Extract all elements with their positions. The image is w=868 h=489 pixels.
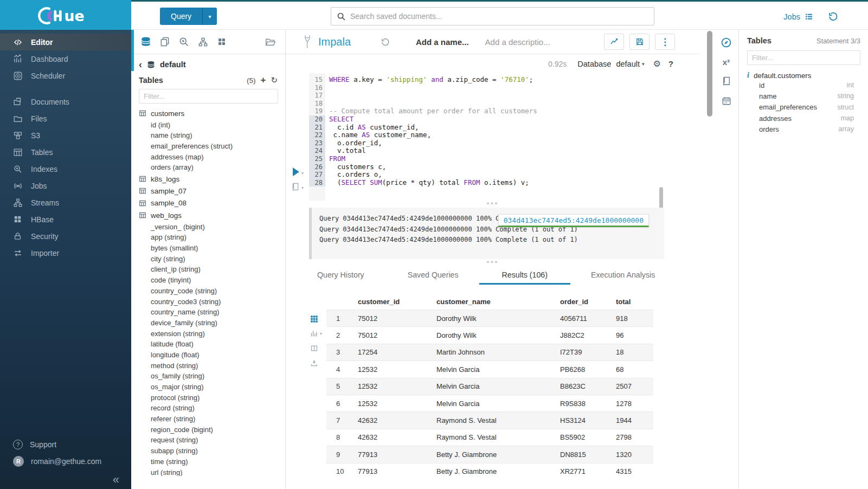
- snippet-history-icon[interactable]: [381, 37, 390, 47]
- table-row[interactable]: 317254Martin JohnsonI72T3918: [326, 344, 653, 361]
- code-line[interactable]: c.orders o,: [329, 171, 699, 179]
- table-item-sample_07[interactable]: sample_07: [131, 185, 285, 197]
- sidebar-item-scheduler[interactable]: Scheduler: [0, 67, 131, 84]
- sidebar-item-editor[interactable]: Editor: [0, 34, 131, 50]
- sidebar-item-security[interactable]: Security: [0, 228, 131, 244]
- table-row[interactable]: 412532Melvin GarciaPB626868: [326, 361, 653, 377]
- query-dropdown-caret[interactable]: ▾: [203, 8, 217, 25]
- column-item[interactable]: longitude (float): [131, 350, 285, 361]
- code-line[interactable]: v.total: [329, 147, 699, 155]
- table-item-sample_08[interactable]: sample_08: [131, 197, 285, 209]
- code-editor[interactable]: ▾ ▾ 1516171819202122232425262728 WHERE a…: [286, 73, 699, 201]
- column-item[interactable]: method (string): [131, 360, 285, 371]
- table-item-k8s_logs[interactable]: k8s_logs: [131, 173, 285, 185]
- database-assist-icon[interactable]: [140, 36, 152, 48]
- chart-button[interactable]: [604, 34, 624, 50]
- assist-filter-input[interactable]: [139, 89, 278, 104]
- jobs-link[interactable]: Jobs: [783, 12, 814, 21]
- column-item[interactable]: os_major (string): [131, 382, 285, 393]
- schema-column-orders[interactable]: ordersarray: [747, 124, 860, 134]
- column-header-order_id[interactable]: order_id: [551, 298, 607, 306]
- sidebar-item-importer[interactable]: Importer: [0, 244, 131, 261]
- hue-logo[interactable]: ue: [0, 0, 131, 31]
- column-item[interactable]: orders (array): [131, 162, 285, 173]
- table-item-customers[interactable]: customers: [131, 107, 285, 119]
- tab-execution-analysis[interactable]: Execution Analysis: [591, 271, 655, 285]
- code-line[interactable]: o.order_id,: [329, 139, 699, 147]
- sidebar-item-user[interactable]: R romain@gethue.com: [0, 453, 131, 469]
- column-item[interactable]: extension (string): [131, 328, 285, 339]
- documents-assist-icon[interactable]: [159, 36, 171, 48]
- query-name-field[interactable]: Add a name...: [416, 37, 469, 47]
- code-line[interactable]: [329, 100, 699, 108]
- global-search[interactable]: [331, 7, 654, 25]
- sitemap-assist-icon[interactable]: [197, 36, 209, 48]
- table-row[interactable]: 612532Melvin GarciaR9S8381278: [326, 395, 653, 411]
- add-table-icon[interactable]: +: [260, 75, 266, 86]
- schedule-calendar-icon[interactable]: [721, 95, 732, 107]
- query-description-field[interactable]: Add a descriptio...: [485, 37, 550, 47]
- code-line[interactable]: c.name AS customer_name,: [329, 131, 699, 139]
- refresh-tables-icon[interactable]: ↻: [271, 75, 278, 85]
- code-line[interactable]: customers c,: [329, 163, 699, 171]
- apps-assist-icon[interactable]: [216, 36, 228, 48]
- column-item[interactable]: city (string): [131, 253, 285, 264]
- new-query-button[interactable]: Query ▾: [160, 8, 217, 25]
- column-item[interactable]: region_code (bigint): [131, 424, 285, 435]
- column-item[interactable]: country_code (string): [131, 286, 285, 297]
- download-icon[interactable]: [310, 359, 322, 367]
- search-input[interactable]: [350, 12, 648, 21]
- table-row[interactable]: 1077913Betty J. GiambroneXR27714315: [326, 463, 653, 480]
- table-row[interactable]: 842632Raymond S. VestalBS59022798: [326, 429, 653, 446]
- table-item-web_logs[interactable]: web_logs: [131, 209, 285, 221]
- sidebar-item-s3[interactable]: S3: [0, 127, 131, 144]
- table-info-icon[interactable]: i: [747, 71, 749, 80]
- sidebar-item-support[interactable]: ? Support: [0, 436, 131, 453]
- column-item[interactable]: protocol (string): [131, 392, 285, 403]
- column-item[interactable]: time (string): [131, 456, 285, 467]
- sidebar-item-dashboard[interactable]: Dashboard: [0, 50, 131, 67]
- column-item[interactable]: country_name (string): [131, 307, 285, 318]
- settings-gear-icon[interactable]: ⚙: [653, 59, 660, 69]
- right-filter-input[interactable]: [747, 50, 860, 65]
- resize-handle-top[interactable]: ●●●: [286, 201, 699, 208]
- column-item[interactable]: id (int): [131, 119, 285, 130]
- column-item[interactable]: country_code3 (string): [131, 296, 285, 307]
- sidebar-item-indexes[interactable]: Indexes: [0, 160, 131, 177]
- open-folder-icon[interactable]: [265, 36, 277, 48]
- code-line[interactable]: [329, 84, 699, 92]
- execute-caret-icon[interactable]: ▾: [301, 171, 304, 176]
- schema-column-id[interactable]: idint: [747, 80, 860, 91]
- current-database[interactable]: default: [160, 60, 186, 69]
- column-item[interactable]: record (string): [131, 403, 285, 414]
- database-caret-icon[interactable]: ▾: [642, 61, 645, 67]
- column-item[interactable]: request (string): [131, 435, 285, 446]
- schema-column-email_preferences[interactable]: email_preferencesstruct: [747, 102, 860, 113]
- sidebar-item-files[interactable]: Files: [0, 110, 131, 127]
- more-actions-button[interactable]: ⋮: [655, 34, 675, 50]
- column-item[interactable]: client_ip (string): [131, 264, 285, 275]
- functions-icon[interactable]: x²: [721, 56, 732, 68]
- column-header-customer_id[interactable]: customer_id: [349, 298, 428, 306]
- code-line[interactable]: -- Compute total amount per order for al…: [329, 107, 699, 115]
- sidebar-item-tables[interactable]: Tables: [0, 144, 131, 160]
- query-history-icon[interactable]: [828, 11, 838, 22]
- column-item[interactable]: latitude (float): [131, 339, 285, 350]
- tab-results-106-[interactable]: Results (106): [502, 271, 548, 285]
- column-item[interactable]: app (string): [131, 232, 285, 243]
- code-line[interactable]: (SELECT SUM(price * qty) total FROM o.it…: [329, 179, 699, 187]
- query-id-tooltip[interactable]: 034d413ec7474ed5:4249de1000000000: [498, 214, 649, 227]
- column-item[interactable]: bytes (smallint): [131, 243, 285, 254]
- schema-column-name[interactable]: namestring: [747, 91, 860, 101]
- column-item[interactable]: referer (string): [131, 414, 285, 424]
- code-line[interactable]: c.id AS customer_id,: [329, 124, 699, 132]
- code-line[interactable]: SELECT: [329, 115, 699, 124]
- table-row[interactable]: 275012Dorothy WilkJ882C296: [326, 326, 653, 343]
- table-row[interactable]: 977913Betty J. GiambroneDN88151320: [326, 446, 653, 462]
- save-button[interactable]: [629, 34, 650, 50]
- page-scrollbar-thumb[interactable]: [707, 31, 712, 117]
- search-assist-icon[interactable]: [178, 36, 190, 48]
- assistant-compass-icon[interactable]: [721, 36, 732, 48]
- active-table-row[interactable]: i default.customers: [747, 71, 860, 80]
- table-row[interactable]: 175012Dorothy Wilk4056711918: [326, 310, 653, 326]
